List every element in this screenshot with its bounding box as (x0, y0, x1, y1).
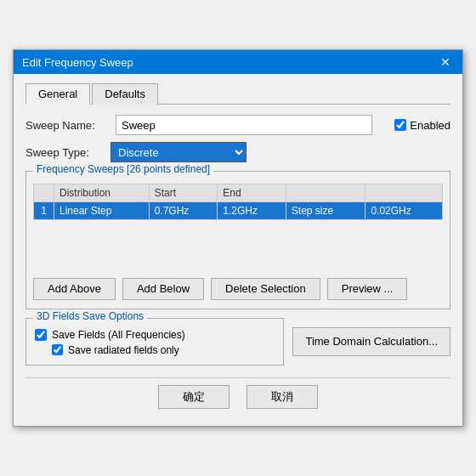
tab-general[interactable]: General (26, 83, 90, 105)
col-num-header (34, 184, 54, 202)
delete-selection-button[interactable]: Delete Selection (211, 278, 320, 300)
table-row-empty (34, 220, 443, 271)
cell-start: 0.7GHz (149, 202, 218, 220)
enabled-row: Enabled (377, 119, 450, 132)
fields-save-group: 3D Fields Save Options Save Fields (All … (26, 318, 284, 366)
preview-button[interactable]: Preview ... (327, 278, 408, 300)
frequency-sweeps-group: Frequency Sweeps [26 points defined] Dis… (26, 171, 450, 309)
cell-row-num: 1 (34, 202, 54, 220)
col-end-header: End (218, 184, 286, 202)
dialog-title: Edit Frequency Sweep (22, 56, 133, 69)
save-radiated-checkbox[interactable] (52, 344, 63, 355)
table-buttons-row: Add Above Add Below Delete Selection Pre… (33, 278, 443, 300)
save-fields-checkbox[interactable] (35, 329, 47, 341)
frequency-table: Distribution Start End 1 Linear Step 0.7… (33, 184, 443, 271)
close-button[interactable]: ✕ (437, 55, 454, 69)
cell-end: 1.2GHz (218, 202, 286, 220)
enabled-label: Enabled (410, 119, 450, 132)
save-fields-label: Save Fields (All Frequencies) (52, 329, 185, 341)
add-above-button[interactable]: Add Above (33, 278, 116, 300)
cell-stepsize-label: Step size (286, 202, 366, 220)
save-radiated-label: Save radiated fields only (68, 344, 179, 356)
sweep-name-row: Sweep Name: Enabled (26, 115, 450, 135)
dialog: Edit Frequency Sweep ✕ General Defaults … (13, 49, 463, 427)
tabs: General Defaults (26, 82, 450, 105)
col-distribution-header: Distribution (54, 184, 150, 202)
cancel-button[interactable]: 取消 (246, 385, 318, 409)
dialog-footer: 确定 取消 (26, 377, 450, 414)
sweep-type-row: Sweep Type: Discrete Interpolating Fast (26, 142, 450, 162)
save-fields-row: Save Fields (All Frequencies) (35, 329, 275, 341)
enabled-checkbox[interactable] (394, 119, 406, 131)
sweep-type-label: Sweep Type: (26, 146, 110, 159)
table-row[interactable]: 1 Linear Step 0.7GHz 1.2GHz Step size 0.… (34, 202, 443, 220)
cell-stepsize-value: 0.02GHz (366, 202, 443, 220)
title-bar: Edit Frequency Sweep ✕ (14, 50, 462, 74)
bottom-area: 3D Fields Save Options Save Fields (All … (26, 318, 450, 366)
sweep-name-input[interactable] (116, 115, 372, 135)
add-below-button[interactable]: Add Below (122, 278, 204, 300)
col-extra1-header (286, 184, 366, 202)
ok-button[interactable]: 确定 (158, 385, 230, 409)
tab-defaults[interactable]: Defaults (92, 83, 158, 105)
fields-save-legend: 3D Fields Save Options (33, 310, 147, 322)
time-domain-button[interactable]: Time Domain Calculation... (292, 327, 450, 356)
cell-distribution: Linear Step (54, 202, 150, 220)
frequency-sweeps-legend: Frequency Sweeps [26 points defined] (33, 163, 213, 175)
save-radiated-row: Save radiated fields only (52, 344, 275, 356)
sweep-type-select[interactable]: Discrete Interpolating Fast (110, 142, 246, 162)
sweep-name-label: Sweep Name: (26, 119, 110, 132)
col-start-header: Start (149, 184, 218, 202)
col-extra2-header (366, 184, 443, 202)
dialog-body: General Defaults Sweep Name: Enabled Swe… (14, 74, 462, 426)
